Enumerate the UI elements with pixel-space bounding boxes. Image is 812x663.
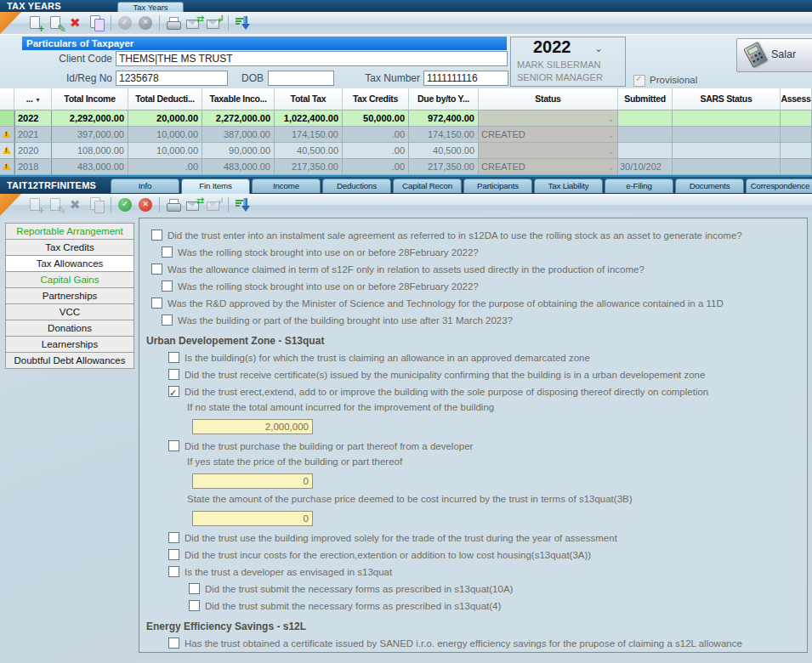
window-title: TAX YEARS [7, 1, 61, 11]
tax-number-field[interactable] [423, 71, 508, 86]
edit-icon[interactable]: ✎ [47, 196, 65, 214]
amount-input[interactable] [192, 419, 313, 434]
new-icon[interactable]: + [26, 14, 45, 32]
tab-capital-recon[interactable]: Capital Recon [393, 178, 462, 193]
question-label: Is the trust a developer as envisaged in… [185, 567, 392, 577]
column-header-tax-credits[interactable]: Tax Credits [343, 88, 409, 110]
sidebar-item-tax-credits[interactable]: Tax Credits [5, 239, 134, 256]
checkbox[interactable] [168, 440, 179, 451]
cancel-icon[interactable] [136, 196, 155, 214]
delete-icon[interactable]: ✖ [67, 14, 86, 32]
status-dropdown[interactable]: CREATED⌄ [479, 127, 618, 143]
total-income-cell: 483,000.00 [52, 159, 128, 175]
provisional-checkbox[interactable] [633, 75, 645, 87]
checkbox[interactable] [168, 369, 179, 380]
column-header-total-tax[interactable]: Total Tax [275, 88, 343, 110]
checkbox[interactable] [162, 280, 173, 292]
provisional-label: Provisional [650, 75, 697, 85]
checkbox[interactable] [168, 566, 179, 577]
question-label: Was the allowance claimed in term of s12… [168, 264, 644, 275]
total-tax-cell: 40,500.00 [275, 143, 343, 159]
question-label: Did the trust submit the necessary forms… [205, 601, 501, 611]
delete-icon[interactable]: ✖ [67, 196, 86, 214]
column-header-total-deducti[interactable]: Total Deducti... [128, 88, 202, 110]
dob-field[interactable] [268, 71, 334, 86]
year-selector[interactable]: 2022 ⌄ MARK SILBERMAN SENIOR MANAGER [510, 37, 626, 87]
accept-icon[interactable] [116, 196, 134, 214]
amount-input[interactable] [192, 473, 313, 489]
tab-income[interactable]: Income [252, 178, 321, 193]
mail-import-icon[interactable]: ↲ [205, 196, 224, 214]
toolbar-separator [111, 15, 111, 31]
status-dropdown[interactable]: ⌄ [479, 110, 618, 127]
checkbox[interactable] [168, 638, 179, 649]
column-header-sars-status[interactable]: SARS Status [673, 88, 781, 110]
mail-sync-icon[interactable]: ⇄ [185, 14, 203, 32]
tab-fin-items[interactable]: Fin Items [181, 178, 250, 194]
status-dropdown[interactable]: CREATED⌄ [479, 159, 618, 175]
column-header-status[interactable]: Status [479, 88, 618, 110]
new-icon[interactable]: + [26, 196, 45, 214]
cancel-icon[interactable] [136, 14, 155, 32]
mail-sync-icon[interactable]: ⇄ [185, 196, 203, 214]
checkbox[interactable] [151, 298, 162, 309]
checkbox[interactable] [189, 583, 200, 594]
column-header-submitted[interactable]: Submitted [618, 88, 673, 110]
tab-participants[interactable]: Participants [463, 178, 532, 193]
tax-year-row[interactable]: 2020108,000.0010,000.0090,000.0040,500.0… [0, 143, 812, 159]
copy-icon[interactable] [88, 196, 106, 214]
sidebar-item-learnerships[interactable]: Learnerships [5, 336, 134, 353]
column-header-assess[interactable]: Assess [781, 88, 812, 110]
tax-year-row[interactable]: 20222,292,000.0020,000.002,272,000.001,0… [0, 110, 812, 127]
tab-info[interactable]: Info [111, 178, 179, 193]
checkbox[interactable] [168, 532, 179, 543]
column-header-due-by-to-y[interactable]: Due by/to Y... [409, 88, 479, 110]
tab-correspondence[interactable]: Correspondence [746, 178, 812, 193]
print-icon[interactable] [164, 196, 183, 214]
sidebar-item-vcc[interactable]: VCC [5, 303, 134, 320]
download-icon[interactable] [233, 196, 252, 214]
amount-input-row [146, 473, 802, 489]
tax-allowances-form: Did the trust enter into an instalment s… [139, 218, 808, 653]
sidebar-item-reportable-arrangement[interactable]: Reportable Arrangement [5, 223, 134, 240]
detail-tab-strip: InfoFin ItemsIncomeDeductionsCapital Rec… [111, 178, 812, 194]
checkbox[interactable] [168, 549, 179, 560]
sidebar-item-capital-gains[interactable]: Capital Gains [5, 271, 134, 288]
copy-icon[interactable] [88, 14, 106, 32]
accept-icon[interactable] [116, 14, 134, 32]
column-header-blank[interactable]: ...▾ [14, 88, 52, 110]
amount-input[interactable] [192, 511, 313, 526]
corner-fold-decoration [0, 194, 21, 216]
id-reg-field[interactable] [116, 71, 228, 86]
client-code-field[interactable] [116, 51, 508, 66]
checkbox[interactable] [151, 230, 162, 241]
tab-deductions[interactable]: Deductions [322, 178, 391, 193]
checkbox[interactable] [168, 352, 179, 363]
status-dropdown[interactable]: ⌄ [479, 143, 618, 159]
column-header-total-income[interactable]: Total Income [52, 88, 128, 110]
edit-icon[interactable]: ✎ [47, 14, 65, 32]
checkbox[interactable] [162, 246, 173, 258]
dob-label: DOB [228, 72, 264, 84]
download-icon[interactable] [233, 14, 252, 32]
tax-year-row[interactable]: 2018483,000.00.00483,000.00217,350.00.00… [0, 159, 812, 175]
tab-e-filing[interactable]: e-Filing [605, 178, 673, 193]
salary-button[interactable]: Salar [736, 38, 812, 72]
print-icon[interactable] [164, 14, 183, 32]
mail-import-icon[interactable]: ↲ [205, 14, 224, 32]
tab-documents[interactable]: Documents [675, 178, 744, 193]
tax-year-row[interactable]: 2021397,000.0010,000.00387,000.00174,150… [0, 127, 812, 143]
tax-credits-cell: .00 [343, 143, 409, 159]
sidebar-item-partnerships[interactable]: Partnerships [5, 287, 134, 304]
checkbox[interactable] [189, 600, 200, 611]
checkbox[interactable] [151, 264, 162, 275]
section-heading: Urban Developement Zone - S13quat [146, 332, 802, 349]
checkbox[interactable] [168, 386, 179, 397]
column-header-taxable-inco[interactable]: Taxable Inco... [202, 88, 275, 110]
checkbox[interactable] [162, 314, 173, 326]
sidebar-item-donations[interactable]: Donations [5, 320, 134, 337]
sidebar-item-tax-allowances[interactable]: Tax Allowances [5, 255, 134, 272]
sidebar-item-doubtful-debt-allowances[interactable]: Doubtful Debt Allowances [5, 352, 134, 369]
tab-tax-liability[interactable]: Tax Liability [534, 178, 603, 193]
tax-credits-cell: .00 [343, 127, 409, 143]
